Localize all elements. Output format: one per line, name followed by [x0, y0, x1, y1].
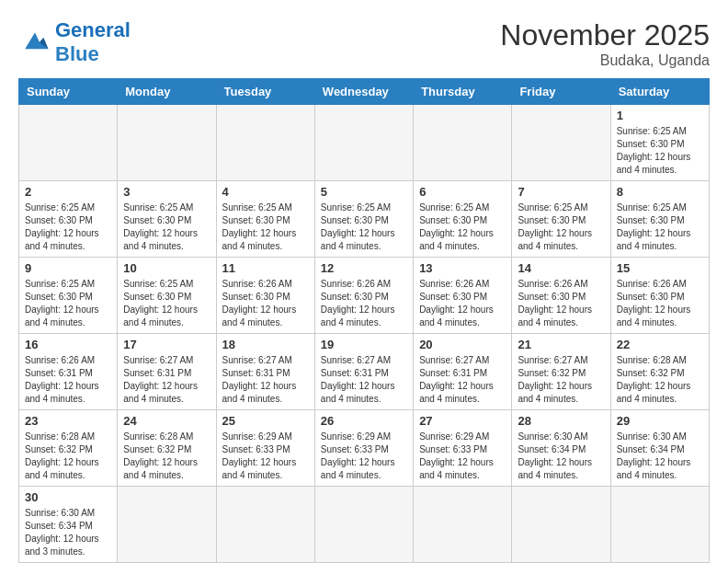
calendar-cell: [216, 105, 314, 181]
day-info: Sunrise: 6:26 AM Sunset: 6:31 PM Dayligh…: [25, 354, 111, 406]
day-number: 13: [419, 261, 506, 275]
day-number: 7: [518, 185, 604, 199]
day-info: Sunrise: 6:26 AM Sunset: 6:30 PM Dayligh…: [222, 278, 309, 329]
day-number: 24: [123, 414, 210, 428]
day-info: Sunrise: 6:30 AM Sunset: 6:34 PM Dayligh…: [518, 431, 604, 482]
day-info: Sunrise: 6:25 AM Sunset: 6:30 PM Dayligh…: [518, 201, 604, 253]
day-number: 15: [617, 261, 703, 275]
day-number: 14: [518, 261, 604, 275]
day-info: Sunrise: 6:25 AM Sunset: 6:30 PM Dayligh…: [222, 201, 309, 253]
calendar-cell: 12Sunrise: 6:26 AM Sunset: 6:30 PM Dayli…: [314, 258, 413, 334]
day-info: Sunrise: 6:25 AM Sunset: 6:30 PM Dayligh…: [617, 125, 703, 177]
day-info: Sunrise: 6:25 AM Sunset: 6:30 PM Dayligh…: [25, 278, 111, 329]
calendar-week-row: 23Sunrise: 6:28 AM Sunset: 6:32 PM Dayli…: [19, 410, 710, 487]
calendar-cell: [512, 487, 610, 563]
day-info: Sunrise: 6:25 AM Sunset: 6:30 PM Dayligh…: [123, 278, 210, 329]
day-number: 2: [25, 185, 111, 199]
day-number: 28: [518, 414, 604, 428]
day-number: 3: [123, 185, 210, 199]
month-year-title: November 2025: [500, 18, 710, 52]
day-info: Sunrise: 6:25 AM Sunset: 6:30 PM Dayligh…: [123, 201, 210, 253]
day-header-saturday: Saturday: [610, 79, 709, 105]
calendar-table: SundayMondayTuesdayWednesdayThursdayFrid…: [18, 78, 710, 563]
calendar-cell: 3Sunrise: 6:25 AM Sunset: 6:30 PM Daylig…: [118, 181, 216, 258]
calendar-cell: 23Sunrise: 6:28 AM Sunset: 6:32 PM Dayli…: [19, 410, 118, 487]
calendar-cell: [414, 487, 512, 563]
day-info: Sunrise: 6:27 AM Sunset: 6:32 PM Dayligh…: [518, 354, 604, 406]
day-info: Sunrise: 6:27 AM Sunset: 6:31 PM Dayligh…: [419, 354, 506, 406]
calendar-cell: 24Sunrise: 6:28 AM Sunset: 6:32 PM Dayli…: [118, 410, 216, 487]
day-header-wednesday: Wednesday: [314, 79, 413, 105]
calendar-cell: [610, 487, 709, 563]
day-number: 10: [123, 261, 210, 275]
day-info: Sunrise: 6:25 AM Sunset: 6:30 PM Dayligh…: [617, 201, 703, 253]
calendar-cell: 19Sunrise: 6:27 AM Sunset: 6:31 PM Dayli…: [314, 334, 413, 410]
day-number: 4: [222, 185, 309, 199]
calendar-cell: 28Sunrise: 6:30 AM Sunset: 6:34 PM Dayli…: [512, 410, 610, 487]
calendar-cell: 13Sunrise: 6:26 AM Sunset: 6:30 PM Dayli…: [414, 258, 512, 334]
day-info: Sunrise: 6:28 AM Sunset: 6:32 PM Dayligh…: [617, 354, 703, 406]
calendar-cell: [118, 105, 216, 181]
calendar-week-row: 2Sunrise: 6:25 AM Sunset: 6:30 PM Daylig…: [19, 181, 710, 258]
calendar-cell: 1Sunrise: 6:25 AM Sunset: 6:30 PM Daylig…: [610, 105, 709, 181]
day-number: 23: [25, 414, 111, 428]
calendar-cell: [118, 487, 216, 563]
calendar-cell: 7Sunrise: 6:25 AM Sunset: 6:30 PM Daylig…: [512, 181, 610, 258]
day-info: Sunrise: 6:28 AM Sunset: 6:32 PM Dayligh…: [123, 431, 210, 482]
day-number: 18: [222, 338, 309, 351]
day-info: Sunrise: 6:29 AM Sunset: 6:33 PM Dayligh…: [419, 431, 506, 482]
day-info: Sunrise: 6:26 AM Sunset: 6:30 PM Dayligh…: [617, 278, 703, 329]
logo: GeneralBlue: [18, 18, 131, 66]
calendar-cell: 17Sunrise: 6:27 AM Sunset: 6:31 PM Dayli…: [118, 334, 216, 410]
day-number: 9: [25, 261, 111, 275]
calendar-cell: 4Sunrise: 6:25 AM Sunset: 6:30 PM Daylig…: [216, 181, 314, 258]
day-header-friday: Friday: [512, 79, 610, 105]
day-number: 27: [419, 414, 506, 428]
day-number: 29: [617, 414, 703, 428]
day-number: 6: [419, 185, 506, 199]
calendar-cell: 20Sunrise: 6:27 AM Sunset: 6:31 PM Dayli…: [414, 334, 512, 410]
day-header-thursday: Thursday: [414, 79, 512, 105]
calendar-week-row: 9Sunrise: 6:25 AM Sunset: 6:30 PM Daylig…: [19, 258, 710, 334]
calendar-week-row: 30Sunrise: 6:30 AM Sunset: 6:34 PM Dayli…: [19, 487, 710, 563]
calendar-cell: 29Sunrise: 6:30 AM Sunset: 6:34 PM Dayli…: [610, 410, 709, 487]
day-number: 17: [123, 338, 210, 351]
day-info: Sunrise: 6:27 AM Sunset: 6:31 PM Dayligh…: [123, 354, 210, 406]
day-number: 1: [617, 109, 703, 122]
day-info: Sunrise: 6:29 AM Sunset: 6:33 PM Dayligh…: [222, 431, 309, 482]
calendar-cell: 26Sunrise: 6:29 AM Sunset: 6:33 PM Dayli…: [314, 410, 413, 487]
calendar-cell: 16Sunrise: 6:26 AM Sunset: 6:31 PM Dayli…: [19, 334, 118, 410]
day-info: Sunrise: 6:25 AM Sunset: 6:30 PM Dayligh…: [321, 201, 407, 253]
calendar-cell: 10Sunrise: 6:25 AM Sunset: 6:30 PM Dayli…: [118, 258, 216, 334]
calendar-cell: 22Sunrise: 6:28 AM Sunset: 6:32 PM Dayli…: [610, 334, 709, 410]
day-number: 12: [321, 261, 407, 275]
day-number: 11: [222, 261, 309, 275]
calendar-cell: 5Sunrise: 6:25 AM Sunset: 6:30 PM Daylig…: [314, 181, 413, 258]
calendar-cell: 21Sunrise: 6:27 AM Sunset: 6:32 PM Dayli…: [512, 334, 610, 410]
title-block: November 2025 Budaka, Uganda: [500, 18, 710, 69]
day-number: 19: [321, 338, 407, 351]
day-info: Sunrise: 6:26 AM Sunset: 6:30 PM Dayligh…: [419, 278, 506, 329]
day-info: Sunrise: 6:30 AM Sunset: 6:34 PM Dayligh…: [617, 431, 703, 482]
calendar-cell: [19, 105, 118, 181]
day-info: Sunrise: 6:29 AM Sunset: 6:33 PM Dayligh…: [321, 431, 407, 482]
calendar-cell: 30Sunrise: 6:30 AM Sunset: 6:34 PM Dayli…: [19, 487, 118, 563]
calendar-cell: 25Sunrise: 6:29 AM Sunset: 6:33 PM Dayli…: [216, 410, 314, 487]
calendar-cell: 8Sunrise: 6:25 AM Sunset: 6:30 PM Daylig…: [610, 181, 709, 258]
day-header-tuesday: Tuesday: [216, 79, 314, 105]
calendar-cell: 9Sunrise: 6:25 AM Sunset: 6:30 PM Daylig…: [19, 258, 118, 334]
calendar-cell: [314, 105, 413, 181]
calendar-cell: [314, 487, 413, 563]
calendar-cell: 15Sunrise: 6:26 AM Sunset: 6:30 PM Dayli…: [610, 258, 709, 334]
calendar-cell: [512, 105, 610, 181]
calendar-header-row: SundayMondayTuesdayWednesdayThursdayFrid…: [19, 79, 710, 105]
day-info: Sunrise: 6:25 AM Sunset: 6:30 PM Dayligh…: [419, 201, 506, 253]
day-header-sunday: Sunday: [19, 79, 118, 105]
calendar-cell: [414, 105, 512, 181]
calendar-week-row: 1Sunrise: 6:25 AM Sunset: 6:30 PM Daylig…: [19, 105, 710, 181]
page-header: GeneralBlue November 2025 Budaka, Uganda: [18, 18, 710, 69]
day-info: Sunrise: 6:26 AM Sunset: 6:30 PM Dayligh…: [518, 278, 604, 329]
day-number: 21: [518, 338, 604, 351]
calendar-cell: 6Sunrise: 6:25 AM Sunset: 6:30 PM Daylig…: [414, 181, 512, 258]
calendar-cell: 2Sunrise: 6:25 AM Sunset: 6:30 PM Daylig…: [19, 181, 118, 258]
